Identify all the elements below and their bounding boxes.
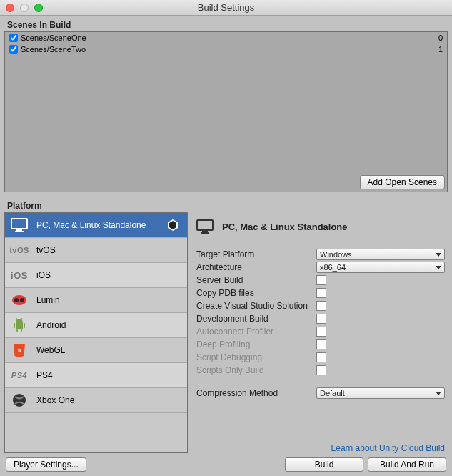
svg-text:5: 5	[18, 347, 21, 354]
platform-label: Xbox One	[36, 395, 74, 405]
script-debug-checkbox	[316, 352, 326, 362]
unity-logo-icon	[164, 217, 181, 234]
platform-label: PC, Mac & Linux Standalone	[36, 220, 146, 230]
svg-rect-18	[197, 220, 213, 230]
scene-index: 0	[438, 34, 443, 42]
scene-index: 1	[438, 45, 443, 54]
compression-select[interactable]: Default	[316, 387, 445, 399]
lumin-icon	[11, 292, 28, 309]
svg-line-14	[21, 318, 22, 320]
server-build-label: Server Build	[196, 275, 316, 285]
target-platform-select[interactable]: Windows	[316, 249, 445, 260]
svg-point-7	[20, 298, 24, 302]
dev-build-label: Development Build	[196, 314, 316, 324]
platform-item-standalone[interactable]: PC, Mac & Linux Standalone	[5, 213, 187, 238]
scenes-section-label: Scenes In Build	[4, 16, 448, 31]
platform-label: tvOS	[36, 245, 56, 255]
platform-item-android[interactable]: Android	[5, 313, 187, 338]
platform-section-label: Platform	[4, 197, 188, 212]
cloud-build-link[interactable]: Learn about Unity Cloud Build	[196, 443, 445, 453]
deep-profiling-checkbox	[316, 339, 326, 349]
ps4-icon: PS4	[11, 367, 28, 384]
svg-rect-8	[16, 322, 23, 329]
dev-build-checkbox[interactable]	[316, 314, 326, 324]
xbox-icon	[11, 392, 28, 409]
deep-profiling-label: Deep Profiling	[196, 339, 316, 349]
platform-item-xbox[interactable]: Xbox One	[5, 388, 187, 413]
svg-rect-2	[15, 231, 24, 232]
architecture-select[interactable]: x86_64	[316, 262, 445, 273]
svg-point-17	[13, 394, 26, 407]
details-header: PC, Mac & Linux Standalone	[196, 212, 445, 241]
window-title: Build Settings	[0, 2, 452, 13]
platform-label: iOS	[36, 270, 51, 280]
create-vs-checkbox[interactable]	[316, 301, 326, 311]
svg-rect-11	[16, 329, 18, 332]
monitor-icon	[11, 217, 28, 234]
copy-pdb-label: Copy PDB files	[196, 288, 316, 298]
scenes-list: Scenes/SceneOne 0 Scenes/SceneTwo 1 Add …	[4, 31, 448, 192]
platform-item-ios[interactable]: iOS iOS	[5, 263, 187, 288]
autoconnect-checkbox	[316, 327, 326, 337]
platform-label: PS4	[36, 370, 53, 380]
copy-pdb-checkbox[interactable]	[316, 288, 326, 298]
build-and-run-button[interactable]: Build And Run	[368, 457, 446, 472]
svg-rect-20	[201, 232, 209, 234]
android-icon	[11, 317, 28, 334]
platform-item-webgl[interactable]: 5 WebGL	[5, 338, 187, 363]
add-open-scenes-button[interactable]: Add Open Scenes	[360, 175, 445, 189]
html5-icon: 5	[11, 342, 28, 359]
platform-item-tvos[interactable]: tvOS tvOS	[5, 238, 187, 263]
platform-item-ps4[interactable]: PS4 PS4	[5, 363, 187, 388]
autoconnect-label: Autoconnect Profiler	[196, 327, 316, 337]
scripts-only-checkbox	[316, 365, 326, 375]
ios-icon: iOS	[11, 267, 28, 284]
scene-path: Scenes/SceneTwo	[21, 45, 86, 54]
platform-item-lumin[interactable]: Lumin	[5, 288, 187, 313]
svg-rect-19	[202, 231, 208, 232]
scene-checkbox[interactable]	[9, 45, 18, 54]
platform-label: Lumin	[36, 295, 60, 305]
platform-label: WebGL	[36, 345, 65, 355]
scene-row[interactable]: Scenes/SceneTwo 1	[5, 44, 447, 55]
scene-path: Scenes/SceneOne	[21, 34, 86, 42]
svg-rect-12	[21, 329, 22, 332]
scene-checkbox[interactable]	[9, 34, 18, 42]
svg-rect-9	[14, 323, 15, 328]
scene-row[interactable]: Scenes/SceneOne 0	[5, 32, 447, 44]
platform-label: Android	[36, 320, 66, 330]
architecture-label: Architecture	[196, 262, 316, 272]
details-title: PC, Mac & Linux Standalone	[222, 222, 348, 232]
monitor-icon	[196, 218, 214, 235]
tvos-icon: tvOS	[11, 242, 28, 259]
build-details-panel: . PC, Mac & Linux Standalone Target Plat…	[194, 197, 448, 453]
create-vs-label: Create Visual Studio Solution	[196, 301, 316, 311]
svg-line-13	[16, 318, 17, 320]
scripts-only-label: Scripts Only Build	[196, 365, 316, 375]
compression-label: Compression Method	[196, 388, 316, 398]
target-platform-label: Target Platform	[196, 249, 316, 259]
player-settings-button[interactable]: Player Settings...	[6, 457, 86, 472]
script-debug-label: Script Debugging	[196, 352, 316, 362]
window-titlebar: Build Settings	[0, 0, 452, 16]
svg-rect-1	[16, 229, 22, 231]
platform-list: PC, Mac & Linux Standalone tvOS tvOS iOS…	[4, 212, 188, 453]
svg-point-6	[14, 298, 19, 302]
svg-rect-10	[24, 323, 25, 328]
server-build-checkbox[interactable]	[316, 275, 326, 285]
svg-rect-0	[11, 219, 27, 229]
build-button[interactable]: Build	[285, 457, 363, 472]
